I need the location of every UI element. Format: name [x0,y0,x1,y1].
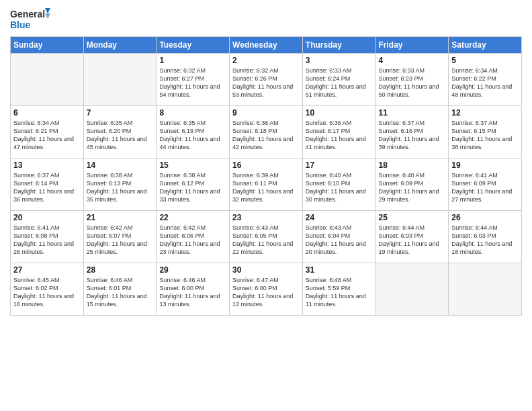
page: General Blue SundayMondayTuesdayWednesda… [0,0,532,411]
weekday-header-saturday: Saturday [449,37,522,54]
cell-text: Sunrise: 6:46 AM Sunset: 6:01 PM Dayligh… [87,276,154,309]
day-number: 28 [87,265,154,275]
calendar-week-1: 1Sunrise: 6:32 AM Sunset: 6:27 PM Daylig… [11,54,522,106]
day-number: 1 [159,56,226,65]
calendar-cell: 8Sunrise: 6:35 AM Sunset: 6:19 PM Daylig… [157,106,230,158]
day-number: 20 [13,213,81,222]
weekday-header-monday: Monday [83,37,157,54]
calendar-cell: 1Sunrise: 6:32 AM Sunset: 6:27 PM Daylig… [157,54,230,106]
day-number: 9 [232,108,300,118]
day-number: 16 [232,161,300,170]
day-number: 22 [159,213,226,222]
calendar-cell: 20Sunrise: 6:41 AM Sunset: 6:08 PM Dayli… [11,211,84,263]
calendar-cell: 19Sunrise: 6:41 AM Sunset: 6:09 PM Dayli… [449,158,522,211]
calendar-cell: 17Sunrise: 6:40 AM Sunset: 6:10 PM Dayli… [302,158,375,211]
weekday-header-tuesday: Tuesday [157,37,230,54]
calendar-cell: 24Sunrise: 6:43 AM Sunset: 6:04 PM Dayli… [302,211,375,263]
cell-text: Sunrise: 6:33 AM Sunset: 6:23 PM Dayligh… [379,66,446,99]
calendar-cell: 28Sunrise: 6:46 AM Sunset: 6:01 PM Dayli… [83,263,157,316]
day-number: 25 [379,213,446,222]
day-number: 23 [232,213,300,222]
day-number: 12 [451,108,519,118]
cell-text: Sunrise: 6:36 AM Sunset: 6:17 PM Dayligh… [306,119,373,152]
cell-text: Sunrise: 6:44 AM Sunset: 6:03 PM Dayligh… [451,224,519,257]
day-number: 6 [13,108,81,118]
logo: General Blue [10,7,50,32]
day-number: 8 [159,108,226,118]
cell-text: Sunrise: 6:35 AM Sunset: 6:19 PM Dayligh… [159,119,226,152]
day-number: 30 [232,265,300,275]
calendar-cell: 22Sunrise: 6:42 AM Sunset: 6:06 PM Dayli… [157,211,230,263]
weekday-header-wednesday: Wednesday [230,37,303,54]
calendar-cell: 7Sunrise: 6:35 AM Sunset: 6:20 PM Daylig… [83,106,157,158]
calendar-cell: 16Sunrise: 6:39 AM Sunset: 6:11 PM Dayli… [230,158,303,211]
day-number: 24 [306,213,373,222]
cell-text: Sunrise: 6:37 AM Sunset: 6:15 PM Dayligh… [451,119,519,152]
day-number: 10 [306,108,373,118]
calendar-cell [11,54,84,106]
cell-text: Sunrise: 6:44 AM Sunset: 6:03 PM Dayligh… [379,224,446,257]
day-number: 13 [13,161,81,170]
day-number: 29 [159,265,226,275]
calendar-week-2: 6Sunrise: 6:34 AM Sunset: 6:21 PM Daylig… [11,106,522,158]
calendar-cell: 10Sunrise: 6:36 AM Sunset: 6:17 PM Dayli… [302,106,375,158]
day-number: 31 [306,265,373,275]
day-number: 14 [87,161,154,170]
cell-text: Sunrise: 6:36 AM Sunset: 6:18 PM Dayligh… [232,119,300,152]
logo-svg: General Blue [10,7,50,32]
cell-text: Sunrise: 6:37 AM Sunset: 6:16 PM Dayligh… [379,119,446,152]
calendar-cell: 9Sunrise: 6:36 AM Sunset: 6:18 PM Daylig… [230,106,303,158]
calendar-cell [375,263,449,316]
calendar-cell [449,263,522,316]
cell-text: Sunrise: 6:40 AM Sunset: 6:10 PM Dayligh… [306,171,373,204]
cell-text: Sunrise: 6:42 AM Sunset: 6:06 PM Dayligh… [159,224,226,257]
svg-text:Blue: Blue [10,19,31,30]
day-number: 5 [451,56,519,65]
calendar-cell: 15Sunrise: 6:38 AM Sunset: 6:12 PM Dayli… [157,158,230,211]
calendar-cell: 31Sunrise: 6:48 AM Sunset: 5:59 PM Dayli… [302,263,375,316]
cell-text: Sunrise: 6:42 AM Sunset: 6:07 PM Dayligh… [87,224,154,257]
cell-text: Sunrise: 6:38 AM Sunset: 6:13 PM Dayligh… [87,171,154,204]
header: General Blue [10,7,522,32]
calendar-cell: 13Sunrise: 6:37 AM Sunset: 6:14 PM Dayli… [11,158,84,211]
cell-text: Sunrise: 6:37 AM Sunset: 6:14 PM Dayligh… [13,171,81,204]
day-number: 4 [379,56,446,65]
day-number: 26 [451,213,519,222]
calendar-cell: 26Sunrise: 6:44 AM Sunset: 6:03 PM Dayli… [449,211,522,263]
cell-text: Sunrise: 6:45 AM Sunset: 6:02 PM Dayligh… [13,276,81,309]
weekday-header-thursday: Thursday [302,37,375,54]
calendar-cell: 5Sunrise: 6:34 AM Sunset: 6:22 PM Daylig… [449,54,522,106]
calendar-cell: 12Sunrise: 6:37 AM Sunset: 6:15 PM Dayli… [449,106,522,158]
calendar-week-5: 27Sunrise: 6:45 AM Sunset: 6:02 PM Dayli… [11,263,522,316]
calendar: SundayMondayTuesdayWednesdayThursdayFrid… [10,36,522,316]
svg-marker-3 [45,13,50,19]
day-number: 7 [87,108,154,118]
cell-text: Sunrise: 6:43 AM Sunset: 6:05 PM Dayligh… [232,224,300,257]
calendar-cell: 11Sunrise: 6:37 AM Sunset: 6:16 PM Dayli… [375,106,449,158]
day-number: 17 [306,161,373,170]
cell-text: Sunrise: 6:34 AM Sunset: 6:22 PM Dayligh… [451,66,519,99]
calendar-cell [83,54,157,106]
cell-text: Sunrise: 6:34 AM Sunset: 6:21 PM Dayligh… [13,119,81,152]
day-number: 15 [159,161,226,170]
weekday-header-friday: Friday [375,37,449,54]
calendar-header-row: SundayMondayTuesdayWednesdayThursdayFrid… [11,37,522,54]
cell-text: Sunrise: 6:41 AM Sunset: 6:09 PM Dayligh… [451,171,519,204]
svg-marker-2 [45,8,50,13]
calendar-cell: 3Sunrise: 6:33 AM Sunset: 6:24 PM Daylig… [302,54,375,106]
cell-text: Sunrise: 6:32 AM Sunset: 6:27 PM Dayligh… [159,66,226,99]
calendar-cell: 4Sunrise: 6:33 AM Sunset: 6:23 PM Daylig… [375,54,449,106]
calendar-week-3: 13Sunrise: 6:37 AM Sunset: 6:14 PM Dayli… [11,158,522,211]
cell-text: Sunrise: 6:35 AM Sunset: 6:20 PM Dayligh… [87,119,154,152]
calendar-cell: 25Sunrise: 6:44 AM Sunset: 6:03 PM Dayli… [375,211,449,263]
day-number: 19 [451,161,519,170]
cell-text: Sunrise: 6:47 AM Sunset: 6:00 PM Dayligh… [232,276,300,309]
cell-text: Sunrise: 6:43 AM Sunset: 6:04 PM Dayligh… [306,224,373,257]
cell-text: Sunrise: 6:39 AM Sunset: 6:11 PM Dayligh… [232,171,300,204]
day-number: 18 [379,161,446,170]
weekday-header-sunday: Sunday [11,37,84,54]
calendar-cell: 23Sunrise: 6:43 AM Sunset: 6:05 PM Dayli… [230,211,303,263]
calendar-cell: 18Sunrise: 6:40 AM Sunset: 6:09 PM Dayli… [375,158,449,211]
calendar-cell: 30Sunrise: 6:47 AM Sunset: 6:00 PM Dayli… [230,263,303,316]
day-number: 27 [13,265,81,275]
